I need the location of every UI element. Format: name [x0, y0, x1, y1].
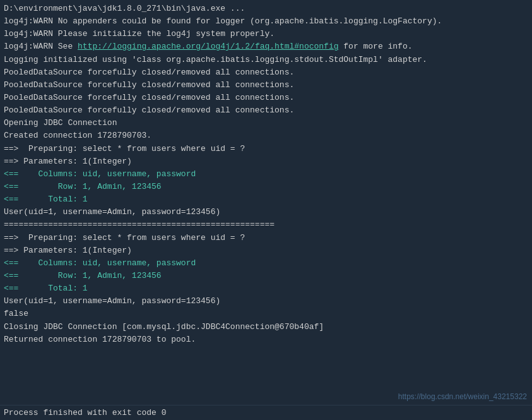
console-line: D:\environment\java\jdk1.8.0_271\bin\jav…: [4, 3, 528, 15]
process-footer: Process finished with exit code 0: [0, 405, 532, 420]
console-line: Created connection 1728790703.: [4, 129, 528, 142]
console-line: false: [4, 308, 528, 320]
console-line: log4j:WARN See http://logging.apache.org…: [4, 40, 528, 53]
console-line: User(uid=1, username=Admin, password=123…: [4, 295, 528, 308]
console-line: PooledDataSource forcefully closed/remov…: [4, 104, 528, 117]
console-line: PooledDataSource forcefully closed/remov…: [4, 79, 528, 92]
console-line: ==> Parameters: 1(Integer): [4, 155, 528, 168]
console-line: <== Row: 1, Admin, 123456: [4, 270, 528, 282]
console-output: D:\environment\java\jdk1.8.0_271\bin\jav…: [0, 0, 532, 349]
console-line: Returned connection 1728790703 to pool.: [4, 333, 528, 346]
console-line: ========================================…: [4, 219, 528, 231]
console-line: User(uid=1, username=Admin, password=123…: [4, 206, 528, 219]
console-line: <== Total: 1: [4, 282, 528, 295]
console-line: <== Total: 1: [4, 193, 528, 206]
console-line: ==> Preparing: select * from users where…: [4, 232, 528, 244]
console-line: <== Row: 1, Admin, 123456: [4, 181, 528, 193]
console-line: log4j:WARN No appenders could be found f…: [4, 15, 528, 28]
console-line: <== Columns: uid, username, password: [4, 168, 528, 181]
console-line: log4j:WARN Please initialize the log4j s…: [4, 28, 528, 40]
console-line: Logging initialized using 'class org.apa…: [4, 54, 528, 66]
console-line: <== Columns: uid, username, password: [4, 257, 528, 270]
console-line: PooledDataSource forcefully closed/remov…: [4, 66, 528, 79]
console-line: Closing JDBC Connection [com.mysql.jdbc.…: [4, 321, 528, 333]
watermark: https://blog.csdn.net/weixin_43215322: [398, 392, 527, 401]
console-line: ==> Preparing: select * from users where…: [4, 143, 528, 155]
console-line: Opening JDBC Connection: [4, 117, 528, 129]
console-line: PooledDataSource forcefully closed/remov…: [4, 92, 528, 104]
console-window: D:\environment\java\jdk1.8.0_271\bin\jav…: [0, 0, 532, 420]
console-line: ==> Parameters: 1(Integer): [4, 244, 528, 257]
